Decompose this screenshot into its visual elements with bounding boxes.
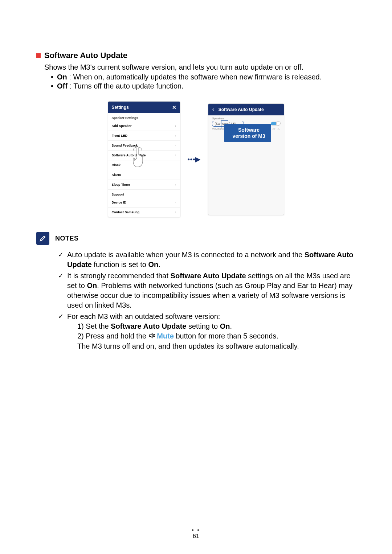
auto-update-title: Software Auto Update [219,107,264,112]
bullet-off: • Off : Turns off the auto update functi… [51,82,356,90]
menu-label: Sleep Timer [112,183,130,186]
callout-software-version: Software version of M3 [224,124,271,142]
chevron-right-icon: › [175,183,176,186]
menu-add-speaker[interactable]: Add Speaker › [108,121,180,131]
note-item-3: ✓ For each M3 with an outdated software … [58,312,356,351]
notes-heading: NOTES [36,232,356,245]
checkmark-icon: ✓ [58,251,64,259]
off-label: Off [273,128,275,130]
section-title: Software Auto Update [44,51,127,60]
checkmark-icon: ✓ [58,312,64,320]
section-heading: Software Auto Update [36,51,356,60]
mute-label: Mute [157,332,174,340]
menu-label: Contact Samsung [112,210,140,214]
note-step-1: 1) Set the Software Auto Update setting … [77,321,356,331]
note-step-result: The M3 turns off and on, and then update… [77,341,356,351]
close-icon[interactable]: ✕ [172,104,176,110]
chevron-right-icon: › [175,201,176,204]
menu-label: Clock [112,163,121,167]
menu-label: Add Speaker [112,124,132,128]
section-speaker-settings: Speaker Settings [108,113,180,121]
menu-software-auto-update[interactable]: Software Auto Update › [108,151,180,160]
chevron-right-icon: › [175,153,176,157]
menu-sound-feedback[interactable]: Sound Feedback › [108,141,180,151]
chevron-right-icon: › [175,144,176,147]
bullet-square-icon [36,53,41,58]
menu-sleep-timer[interactable]: Sleep Timer › [108,180,180,190]
note-step-2: 2) Press and hold the Mute button for mo… [77,331,356,341]
on-label: On [57,73,67,81]
page-number: • • 61 [0,527,392,539]
chevron-right-icon: › [175,134,176,138]
settings-panel: Settings ✕ Speaker Settings Add Speaker … [108,101,180,217]
menu-label: Software Auto Update [112,153,146,157]
callout-line1: Software [232,127,265,133]
checkmark-icon: ✓ [58,272,64,280]
settings-header: Settings ✕ [108,102,180,113]
callout-line2: version of M3 [232,133,265,139]
notes-pencil-icon [36,232,49,245]
menu-label: Alarm [112,173,121,177]
bullet-dot-icon: • [51,73,53,81]
auto-update-toggle[interactable] [271,122,280,126]
menu-contact-samsung[interactable]: Contact Samsung › [108,208,180,217]
note-item-2: ✓ It is strongly recommended that Softwa… [58,271,356,310]
bullet-dot-icon: • [51,82,53,90]
back-icon[interactable]: ‹ [212,107,214,112]
menu-device-id[interactable]: Device ID › [108,198,180,208]
transition-arrow-icon: •••▶ [188,155,201,163]
chevron-right-icon: › [175,210,176,214]
notes-title: NOTES [55,235,79,242]
menu-label: Sound Feedback [112,144,138,147]
menu-label: Front LED [112,134,128,138]
page-dots-icon: • • [0,527,392,533]
menu-clock[interactable]: Clock [108,160,180,170]
section-support: Support [108,190,180,198]
bullet-on: • On : When on, automatically updates th… [51,73,356,81]
auto-update-panel: ‹ Software Auto Update Speakers [Samsung… [208,103,284,215]
auto-update-header: ‹ Software Auto Update [208,104,284,115]
menu-alarm[interactable]: Alarm [108,170,180,180]
chevron-right-icon: › [175,124,176,128]
off-label: Off [57,82,68,90]
section-description: Shows the M3's current software version,… [44,63,356,71]
on-text: : When on, automatically updates the sof… [67,73,322,81]
off-text: : Turns off the auto update function. [68,82,184,90]
note-item-1: ✓ Auto update is available when your M3 … [58,250,356,270]
settings-title: Settings [112,105,129,110]
mute-icon [148,332,155,341]
menu-front-led[interactable]: Front LED › [108,131,180,141]
speakers-section-label: Speakers [208,115,284,120]
menu-label: Device ID [112,201,127,204]
on-label: On [277,128,280,130]
